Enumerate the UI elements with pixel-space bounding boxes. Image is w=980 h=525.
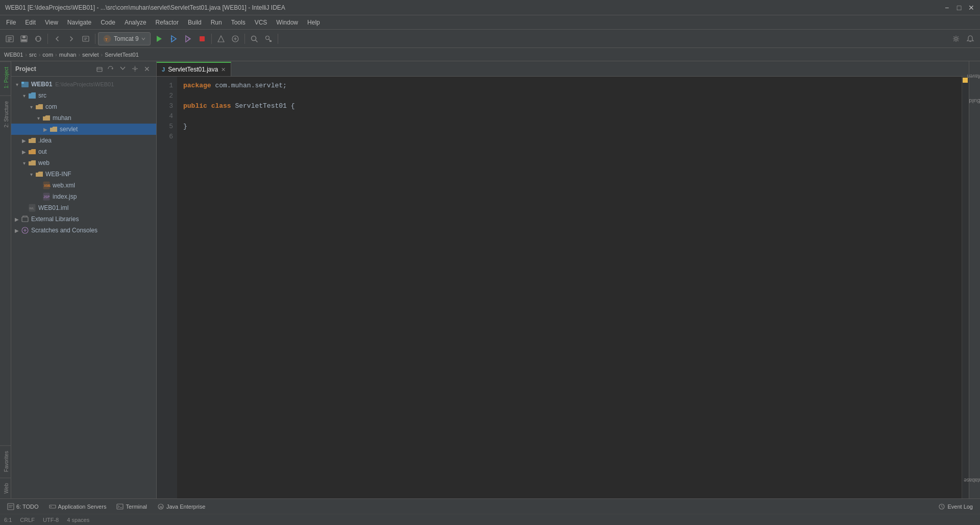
forward-button[interactable] — [65, 32, 78, 45]
app-servers-label: Application Servers — [58, 504, 107, 510]
stop-button[interactable] — [195, 32, 209, 45]
save-button[interactable] — [17, 32, 31, 45]
project-title-label: Project — [15, 65, 94, 73]
menu-navigate[interactable]: Navigate — [63, 18, 95, 27]
tree-item-web[interactable]: ▾ web — [11, 157, 156, 169]
tree-item-servlet[interactable]: ▶ servlet — [11, 124, 156, 135]
tree-item-src[interactable]: ▾ src — [11, 90, 156, 101]
line-separator[interactable]: CRLF — [20, 517, 35, 523]
menu-refactor[interactable]: Refactor — [152, 18, 183, 27]
close-panel-button[interactable]: ✕ — [142, 64, 152, 74]
left-tab-favorites[interactable]: Favorites — [0, 445, 11, 477]
svg-rect-7 — [83, 36, 89, 41]
tree-arrow-webinf: ▾ — [28, 172, 35, 177]
menu-build[interactable]: Build — [184, 18, 206, 27]
build-button[interactable] — [214, 32, 228, 45]
java-enterprise-tool-button[interactable]: JE Java Enterprise — [154, 502, 208, 511]
app-servers-tool-button[interactable]: Application Servers — [46, 502, 110, 511]
svg-text:IML: IML — [29, 207, 35, 210]
tree-item-indexjsp[interactable]: ▶ JSP index.jsp — [11, 191, 156, 202]
settings-button[interactable] — [949, 32, 963, 45]
close-button[interactable]: ✕ — [968, 4, 975, 11]
tree-label-idea: .idea — [38, 137, 52, 144]
bc-src[interactable]: src — [29, 52, 37, 58]
tree-item-webxml[interactable]: ▶ XML web.xml — [11, 180, 156, 191]
project-panel: Project ✕ ▾ WEB01 E:\IdeaProjects\W — [11, 61, 157, 498]
left-tab-project[interactable]: 1: Project — [0, 61, 11, 93]
run-button[interactable] — [152, 32, 166, 45]
menu-run[interactable]: Run — [207, 18, 226, 27]
menu-help[interactable]: Help — [303, 18, 324, 27]
collapse-all-button[interactable] — [117, 64, 128, 74]
menu-window[interactable]: Window — [272, 18, 302, 27]
tree-item-out[interactable]: ▶ out — [11, 146, 156, 157]
bc-web01[interactable]: WEB01 — [4, 52, 23, 58]
encoding-indicator[interactable]: UTF-8 — [43, 517, 59, 523]
rp-tab-maven[interactable]: Maven — [962, 73, 980, 80]
update-server-button[interactable] — [229, 32, 242, 45]
replace-button[interactable] — [262, 32, 275, 45]
java-enterprise-label: Java Enterprise — [166, 504, 205, 510]
tree-item-web01[interactable]: ▾ WEB01 E:\IdeaProjects\WEB01 — [11, 79, 156, 90]
tree-item-scratches[interactable]: ▶ Scratches and Consoles — [11, 225, 156, 236]
indent-indicator[interactable]: 4 spaces — [67, 517, 89, 523]
back-button[interactable] — [51, 32, 64, 45]
cursor-position[interactable]: 6:1 — [4, 517, 12, 523]
title-bar-text: WEB01 [E:\IdeaProjects\WEB01] - ...\src\… — [5, 4, 285, 11]
left-tab-structure[interactable]: 2: Structure — [0, 96, 11, 133]
tab-servlettest01[interactable]: J ServletTest01.java ✕ — [157, 62, 231, 76]
tab-close-button[interactable]: ✕ — [221, 66, 226, 73]
svg-rect-23 — [97, 67, 102, 71]
idea-folder-icon — [28, 136, 37, 145]
svg-rect-8 — [84, 38, 87, 38]
svg-rect-26 — [21, 82, 24, 84]
maximize-button[interactable]: □ — [955, 4, 963, 11]
run-config-selector[interactable]: T Tomcat 9 — [98, 32, 151, 45]
coverage-button[interactable] — [181, 32, 194, 45]
sync-files-button[interactable] — [105, 64, 115, 74]
rp-tab-database[interactable]: Database — [959, 476, 980, 484]
svg-rect-1 — [8, 37, 12, 38]
tree-item-webinf[interactable]: ▾ WEB-INF — [11, 169, 156, 180]
tree-arrow-idea: ▶ — [20, 138, 28, 144]
terminal-tool-button[interactable]: Terminal — [113, 502, 150, 511]
debug-button[interactable] — [167, 32, 180, 45]
tree-item-com[interactable]: ▾ com — [11, 101, 156, 112]
menu-tools[interactable]: Tools — [227, 18, 250, 27]
tree-item-web01iml[interactable]: ▶ IML WEB01.iml — [11, 202, 156, 213]
tree-item-muhan[interactable]: ▾ muhan — [11, 112, 156, 124]
menu-edit[interactable]: Edit — [21, 18, 40, 27]
bc-com[interactable]: com — [42, 52, 53, 58]
svg-marker-12 — [157, 36, 162, 42]
editor-content[interactable]: 1 2 3 4 5 6 package com.muhan.servlet; p… — [157, 77, 969, 498]
svg-text:JSP: JSP — [43, 195, 50, 199]
app-servers-icon — [49, 503, 56, 510]
open-recent-button[interactable] — [79, 32, 92, 45]
rp-tab-build[interactable]: Build — [964, 97, 980, 105]
sync-button[interactable] — [32, 32, 45, 45]
project-view-button[interactable] — [3, 32, 16, 45]
panel-settings-button[interactable] — [130, 64, 140, 74]
bc-sep-3: › — [55, 52, 57, 58]
menu-vcs[interactable]: VCS — [251, 18, 272, 27]
code-editor[interactable]: package com.muhan.servlet; public class … — [177, 77, 962, 498]
notifications-button[interactable] — [964, 32, 977, 45]
minimize-button[interactable]: − — [943, 4, 950, 11]
project-tree: ▾ WEB01 E:\IdeaProjects\WEB01 ▾ src ▾ — [11, 77, 156, 498]
bc-muhan[interactable]: muhan — [59, 52, 77, 58]
tree-item-idea[interactable]: ▶ .idea — [11, 135, 156, 146]
menu-analyze[interactable]: Analyze — [120, 18, 151, 27]
tree-item-extlib[interactable]: ▶ External Libraries — [11, 213, 156, 225]
search-everywhere-button[interactable] — [248, 32, 261, 45]
tree-label-out: out — [38, 148, 47, 155]
todo-tool-button[interactable]: 6: TODO — [4, 502, 42, 511]
left-tab-web[interactable]: Web — [0, 478, 11, 498]
menu-code[interactable]: Code — [96, 18, 119, 27]
menu-view[interactable]: View — [41, 18, 62, 27]
menu-file[interactable]: File — [2, 18, 20, 27]
jsp-icon: JSP — [42, 192, 51, 201]
bc-file: ServletTest01 — [105, 52, 139, 58]
svg-point-24 — [134, 68, 136, 70]
bc-servlet[interactable]: servlet — [82, 52, 99, 58]
event-log-button[interactable]: Event Log — [935, 502, 976, 511]
